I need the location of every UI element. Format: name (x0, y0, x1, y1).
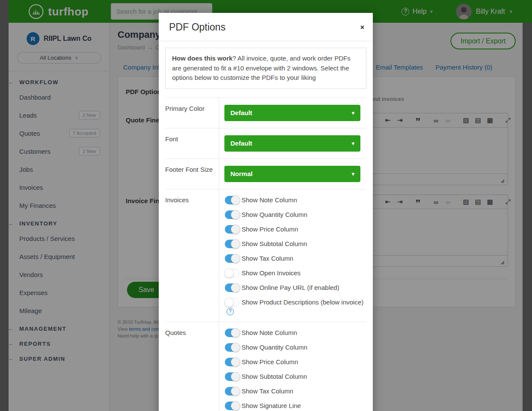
modal-row-control: Default▾ (219, 98, 366, 128)
toggle-row: Show Online Pay URL (if enabled) (224, 283, 366, 292)
chevron-down-icon: ▾ (352, 140, 354, 146)
modal-row-label: Font (165, 128, 219, 158)
toggle-row: Show Price Column (224, 225, 366, 234)
toggle-row: Show Signature Line (224, 401, 366, 410)
modal-intro: How does this work? All invoice, quote, … (165, 48, 366, 89)
toggle-label: Show Product Descriptions (below invoice… (242, 298, 363, 306)
toggle-label: Show Online Pay URL (if enabled) (242, 284, 339, 291)
toggle-row: Show Tax Column (224, 387, 366, 396)
modal-row-quotes: QuotesShow Note ColumnShow Quantity Colu… (165, 322, 366, 411)
toggle-label: Show Tax Column (242, 387, 293, 395)
toggle-show-signature-line[interactable] (225, 402, 239, 410)
toggle-show-price-column[interactable] (225, 358, 239, 366)
toggle-label: Show Quantity Column (242, 344, 307, 351)
modal-intro-bold: How does this work (172, 55, 233, 62)
toggle-show-price-column[interactable] (225, 225, 239, 234)
toggle-show-tax-column[interactable] (225, 254, 239, 263)
modal-row-font: FontDefault▾ (165, 128, 366, 158)
modal-row-footer-font-size: Footer Font SizeNormal▾ (165, 158, 366, 189)
select-value: Default (230, 140, 252, 147)
modal-title: PDF Options (169, 21, 363, 33)
toggle-show-product-descriptions-below-invoice[interactable] (225, 298, 239, 307)
modal-row-label: Footer Font Size (165, 159, 219, 189)
toggle-row: Show Product Descriptions (below invoice… (224, 298, 366, 316)
toggle-knob (231, 210, 240, 219)
toggle-label: Show Subtotal Column (242, 373, 307, 380)
toggle-knob (224, 298, 234, 307)
toggle-row: Show Subtotal Column (224, 372, 366, 381)
toggle-knob (231, 225, 240, 234)
toggle-show-note-column[interactable] (225, 196, 239, 204)
help-icon[interactable]: ? (227, 308, 234, 315)
font-select[interactable]: Default▾ (224, 135, 360, 152)
select-value: Default (230, 109, 252, 116)
toggle-show-note-column[interactable] (225, 329, 239, 337)
modal-rows: Primary ColorDefault▾FontDefault▾Footer … (165, 97, 366, 411)
modal-row-control: Normal▾ (219, 159, 366, 189)
toggle-row: Show Tax Column (224, 254, 366, 263)
toggle-label: Show Signature Line (242, 402, 301, 409)
toggle-label: Show Note Column (242, 329, 297, 336)
pdf-options-modal: PDF Options × How does this work? All in… (159, 13, 373, 411)
toggle-row: Show Quantity Column (224, 343, 366, 352)
modal-row-label: Invoices (165, 189, 219, 322)
toggle-label: Show Note Column (242, 196, 297, 204)
modal-row-control: Show Note ColumnShow Quantity ColumnShow… (219, 322, 366, 411)
modal-row-control: Show Note ColumnShow Quantity ColumnShow… (219, 189, 366, 322)
toggle-row: Show Note Column (224, 328, 366, 337)
toggle-knob (224, 268, 234, 278)
toggle-row: Show Note Column (224, 195, 366, 204)
primary-color-select[interactable]: Default▾ (224, 105, 360, 121)
modal-row-invoices: InvoicesShow Note ColumnShow Quantity Co… (165, 189, 366, 322)
toggle-label: Show Tax Column (242, 255, 293, 262)
toggle-label: Show Open Invoices (242, 269, 301, 277)
toggle-label: Show Subtotal Column (242, 240, 307, 247)
toggle-label: Show Price Column (242, 358, 298, 365)
modal-row-label: Primary Color (165, 98, 219, 128)
toggle-show-quantity-column[interactable] (225, 343, 239, 352)
select-value: Normal (230, 170, 253, 177)
modal-row-primary-color: Primary ColorDefault▾ (165, 97, 366, 128)
toggle-row: Show Subtotal Column (224, 239, 366, 248)
toggle-knob (231, 343, 240, 352)
toggle-show-tax-column[interactable] (225, 387, 239, 396)
toggle-knob (231, 357, 240, 367)
toggle-show-subtotal-column[interactable] (225, 372, 239, 381)
toggle-row: Show Price Column (224, 357, 366, 366)
toggle-label: Show Price Column (242, 225, 298, 233)
toggle-knob (231, 372, 240, 381)
toggle-label: Show Quantity Column (242, 211, 307, 218)
toggle-knob (231, 254, 240, 263)
toggle-knob (231, 401, 240, 411)
chevron-down-icon: ▾ (352, 171, 354, 177)
toggle-show-quantity-column[interactable] (225, 210, 239, 219)
toggle-knob (231, 239, 240, 249)
toggle-row: Show Quantity Column (224, 210, 366, 219)
close-icon[interactable]: × (360, 24, 364, 31)
modal-row-label: Quotes (165, 322, 219, 411)
toggle-show-open-invoices[interactable] (225, 269, 239, 277)
footer-font-size-select[interactable]: Normal▾ (224, 166, 360, 182)
toggle-knob (231, 328, 240, 338)
toggle-show-subtotal-column[interactable] (225, 240, 239, 248)
toggle-row: Show Open Invoices (224, 268, 366, 277)
toggle-show-online-pay-url-if-enabled[interactable] (225, 283, 239, 292)
toggle-knob (231, 195, 240, 205)
modal-row-control: Default▾ (219, 128, 366, 158)
toggle-knob (231, 283, 240, 292)
toggle-knob (231, 387, 240, 396)
chevron-down-icon: ▾ (352, 110, 354, 116)
